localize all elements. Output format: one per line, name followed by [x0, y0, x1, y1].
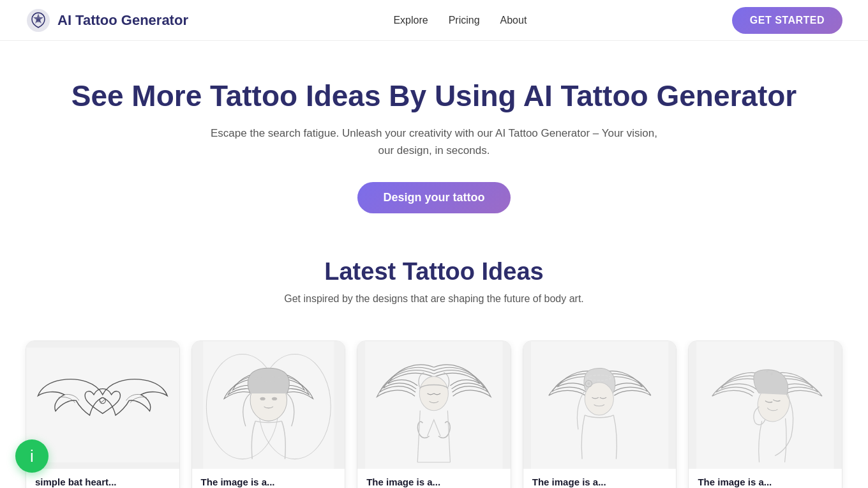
gallery-card-4[interactable]: The image is a... — [688, 340, 842, 488]
gallery-img-4 — [689, 341, 842, 469]
navbar: AI Tattoo Generator Explore Pricing Abou… — [0, 0, 868, 41]
gallery-label-1: The image is a... — [192, 469, 345, 488]
svg-point-2 — [36, 19, 40, 22]
svg-point-13 — [419, 377, 448, 411]
gallery-card-3[interactable]: The image is a... — [523, 340, 677, 488]
svg-point-23 — [775, 370, 777, 372]
fab-icon: i — [30, 448, 34, 464]
svg-point-17 — [587, 383, 590, 385]
svg-point-9 — [260, 397, 265, 400]
fab-button[interactable]: i — [15, 439, 49, 473]
gallery-label-0: simple bat heart... — [26, 469, 179, 488]
svg-point-10 — [272, 397, 277, 400]
gallery-label-3: The image is a... — [523, 469, 677, 488]
svg-point-15 — [585, 383, 613, 415]
nav-about[interactable]: About — [500, 15, 527, 26]
nav-explore[interactable]: Explore — [393, 15, 428, 26]
section-title: Latest Tattoo Ideas — [26, 258, 842, 286]
nav-links: Explore Pricing About — [393, 15, 527, 26]
gallery-card-0[interactable]: simple bat heart... — [26, 340, 180, 488]
gallery-label-4: The image is a... — [689, 469, 842, 488]
hero-section: See More Tattoo Ideas By Using AI Tattoo… — [0, 41, 868, 226]
design-tattoo-button[interactable]: Design your tattoo — [357, 182, 510, 213]
gallery-card-1[interactable]: The image is a... — [191, 340, 346, 488]
gallery-img-2 — [357, 341, 511, 469]
svg-rect-3 — [26, 347, 179, 462]
svg-point-21 — [770, 372, 773, 375]
logo-icon — [26, 8, 51, 33]
gallery-label-2: The image is a... — [357, 469, 511, 488]
nav-pricing[interactable]: Pricing — [449, 15, 480, 26]
section-subtitle: Get inspired by the designs that are sha… — [26, 293, 842, 305]
hero-title: See More Tattoo Ideas By Using AI Tattoo… — [13, 79, 855, 113]
gallery-img-0 — [26, 341, 179, 469]
gallery-img-3 — [523, 341, 677, 469]
latest-section-header: Latest Tattoo Ideas Get inspired by the … — [0, 226, 868, 340]
gallery-row: simple bat heart... — [0, 340, 868, 488]
get-started-button[interactable]: GET STARTED — [732, 7, 842, 34]
logo[interactable]: AI Tattoo Generator — [26, 8, 188, 33]
svg-point-22 — [767, 370, 768, 372]
hero-subtitle: Escape the search fatigue. Unleash your … — [211, 125, 657, 159]
logo-text: AI Tattoo Generator — [57, 12, 188, 29]
gallery-img-1 — [192, 341, 345, 469]
gallery-card-2[interactable]: The image is a... — [357, 340, 511, 488]
